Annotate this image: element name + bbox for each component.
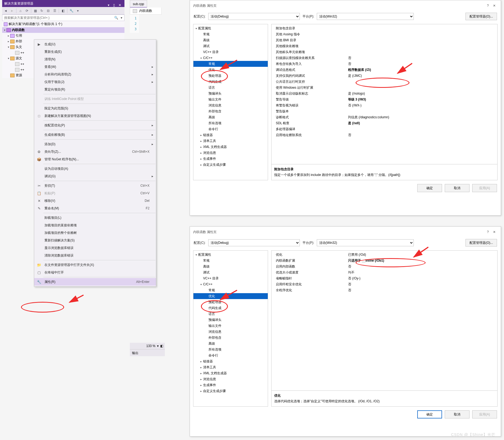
nav-tree-item[interactable]: 高级	[193, 114, 268, 120]
property-value[interactable]: 否	[348, 133, 496, 137]
property-row[interactable]: 优化已禁用 (/Od)	[273, 252, 496, 258]
property-row[interactable]: 其他模块依赖项	[273, 43, 496, 49]
context-menu-item[interactable]: 显示浏览数据库错误	[34, 244, 156, 252]
nav-tree-item[interactable]: ▸浏览信息	[193, 150, 268, 156]
nav-tree-item[interactable]: 浏览信息	[193, 329, 268, 335]
property-row[interactable]: 全程序优化否	[273, 287, 496, 293]
nav-tree-item[interactable]: ▸自定义生成步骤	[193, 162, 268, 168]
context-menu-item[interactable]: 🔧属性(R)Alt+Enter	[34, 278, 156, 286]
collapse-icon[interactable]: ⊟	[46, 8, 51, 13]
property-value[interactable]: 否	[348, 288, 496, 293]
nav-tree-item[interactable]: 常规	[193, 258, 268, 264]
nav-tree-item[interactable]: 语言	[193, 85, 268, 91]
property-value[interactable]: 否 (/WX-)	[348, 103, 496, 108]
properties-icon[interactable]: ☰	[52, 8, 57, 13]
property-row[interactable]: 启用地址擦除系统否	[273, 132, 496, 138]
nav-tree-item[interactable]: 高级	[193, 37, 268, 43]
toolbar-dropdown-icon[interactable]: ▾	[75, 8, 80, 13]
property-row[interactable]: 将包含转换为导入否	[273, 61, 496, 67]
property-value[interactable]: 否	[348, 282, 496, 287]
nav-tree-item[interactable]: ▾配置属性	[193, 25, 268, 31]
nav-tree-item[interactable]: 命令行	[193, 352, 268, 358]
nav-tree-item[interactable]: 代码生成	[193, 305, 268, 311]
context-menu-item[interactable]: 清理(N)	[34, 56, 156, 63]
nav-tree-item[interactable]: ▾配置属性	[193, 252, 268, 258]
context-menu-item[interactable]: 📦管理 NuGet 程序包(N)...	[34, 155, 156, 163]
context-menu-item[interactable]: 查看(W)▸	[34, 63, 156, 71]
context-menu-item[interactable]: ✂剪切(T)Ctrl+X	[34, 182, 156, 189]
property-row[interactable]: 附加包含目录	[273, 25, 496, 31]
property-row[interactable]: 其他 BMI 目录	[273, 37, 496, 43]
property-row[interactable]: 其他 #using 指令	[273, 31, 496, 37]
context-menu-item[interactable]: 加载项目的整个依赖树	[34, 229, 156, 237]
property-value[interactable]: 否 (/Oy-)	[348, 276, 496, 281]
nav-tree-item[interactable]: ▾C/C++	[193, 281, 268, 287]
editor-subtab[interactable]: 内联函数	[130, 8, 162, 15]
config-manager-button[interactable]: 配置管理器(O)...	[465, 13, 497, 20]
nav-tree-item[interactable]: ▸清单工具	[193, 364, 268, 370]
help-icon[interactable]: ?	[485, 230, 491, 234]
property-value[interactable]: 列信息 (/diagnostics:column)	[348, 115, 496, 120]
context-menu-item[interactable]: 添加(D)▸	[34, 140, 156, 148]
context-menu-item[interactable]: 仅用于项目(J)▸	[34, 78, 156, 86]
cancel-button[interactable]: 取消	[445, 410, 470, 418]
property-value[interactable]: 已禁用 (/Od)	[348, 252, 496, 257]
property-value[interactable]: 否	[348, 62, 496, 66]
context-menu-item[interactable]: 限定为此范围(S)	[34, 105, 156, 112]
context-menu-item[interactable]: ▶生成(U)	[34, 40, 156, 48]
property-value[interactable]: 是 (/sdl)	[348, 121, 496, 126]
property-row[interactable]: 多处理器编译	[273, 126, 496, 132]
nav-tree-item[interactable]: ▸XML 文档生成器	[193, 370, 268, 376]
nav-tree-item[interactable]: ▸链接器	[193, 132, 268, 138]
property-value[interactable]: 均不	[348, 270, 496, 275]
nav-tree-item[interactable]: 预处理器	[193, 299, 268, 305]
context-menu-item[interactable]: ⚙类向导(Z)...Ctrl+Shift+X	[34, 148, 156, 155]
context-menu-item[interactable]: 清除浏览数据库错误	[34, 252, 156, 259]
property-row[interactable]: 取消显示启动版权标志是 (/nologo)	[273, 91, 496, 96]
context-menu-item[interactable]: 生成依赖项(B)▸	[34, 131, 156, 138]
property-row[interactable]: 诊断格式列信息 (/diagnostics:column)	[273, 114, 496, 120]
property-row[interactable]: 内联函数扩展只适用于 __inline (/Ob1)	[273, 258, 496, 264]
zoom-level[interactable]: 133 %	[146, 344, 155, 348]
context-menu-item[interactable]: ✎重命名(M)F2	[34, 205, 156, 212]
nav-tree-item[interactable]: 输出文件	[193, 323, 268, 329]
refresh-icon[interactable]: ↻	[39, 8, 44, 13]
preview-icon[interactable]: ◧	[61, 8, 65, 13]
property-row[interactable]: 启用纤程安全优化否	[273, 281, 496, 287]
property-row[interactable]: 其他标头单元依赖项	[273, 49, 496, 55]
config-select[interactable]: 活动(Debug)	[208, 13, 300, 20]
property-row[interactable]: 警告等级等级 3 (/W3)	[273, 96, 496, 102]
solution-node[interactable]: 解决方案"内联函数"(1 个项目/共 1 个)	[2, 21, 124, 27]
editor-tab[interactable]: sub.cpp	[130, 0, 147, 8]
project-node[interactable]: ▾ 内联函数	[2, 27, 124, 33]
nav-tree-item[interactable]: 常规	[193, 287, 268, 293]
nav-tree-item[interactable]: 常规	[193, 61, 268, 67]
property-value[interactable]: 否	[348, 56, 496, 60]
context-menu-item[interactable]: 卸载项目(L)	[34, 214, 156, 221]
search-input[interactable]	[2, 16, 113, 20]
property-row[interactable]: 调试信息格式程序数据库 (/Zi)	[273, 67, 496, 73]
nav-tree-item[interactable]: 调试	[193, 269, 268, 275]
nav-tree-item[interactable]: 调试	[193, 43, 268, 49]
nav-tree-item[interactable]: 外部包含	[193, 108, 268, 114]
nav-tree-item[interactable]: ▾C/C++	[193, 55, 268, 61]
nav-tree-item[interactable]: ▸XML 文档生成器	[193, 144, 268, 150]
nav-tree-item[interactable]: 常规	[193, 31, 268, 37]
sync-icon[interactable]: ⟳	[25, 8, 29, 13]
nav-tree-item[interactable]: 预处理器	[193, 73, 268, 79]
nav-tree-item[interactable]: 高级	[193, 341, 268, 347]
nav-tree-item[interactable]: ▸清单工具	[193, 138, 268, 144]
property-value[interactable]: 只适用于 __inline (/Ob1)	[348, 258, 496, 263]
property-row[interactable]: 省略帧指针否 (/Oy-)	[273, 275, 496, 281]
context-menu-item[interactable]: 加载项目的直接依赖项	[34, 221, 156, 229]
help-icon[interactable]: ?	[485, 4, 491, 8]
platform-select[interactable]: 活动(Win32)	[317, 13, 414, 20]
nav-tree-item[interactable]: 浏览信息	[193, 102, 268, 108]
nav-tree-item[interactable]: ▸生成事件	[193, 156, 268, 162]
apply-button[interactable]: 应用(A)	[472, 410, 497, 418]
apply-button[interactable]: 应用(A)	[472, 184, 497, 192]
context-menu-item[interactable]: 重新生成(E)	[34, 48, 156, 56]
context-menu-item[interactable]: 📁在文件资源管理器中打开文件夹(X)	[34, 261, 156, 269]
context-menu-item[interactable]: ✕移除(V)Del	[34, 197, 156, 205]
ok-button[interactable]: 确定	[417, 184, 442, 192]
